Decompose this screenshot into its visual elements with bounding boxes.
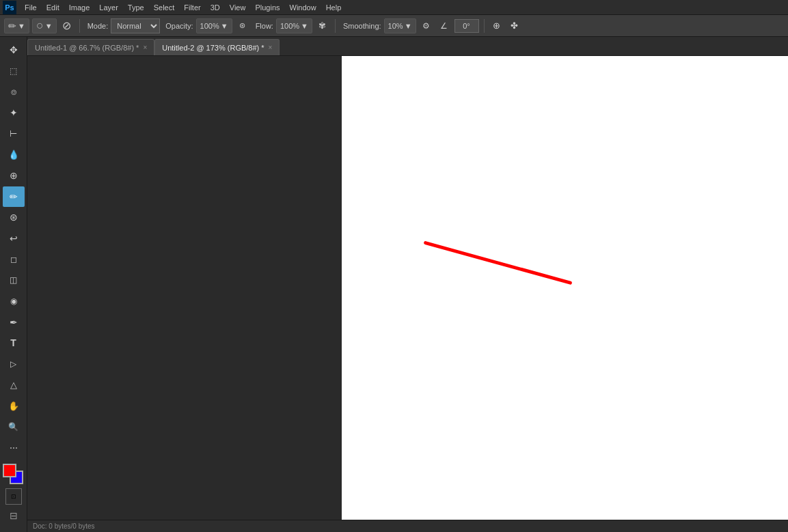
smoothing-btn[interactable]: 10% ▼ <box>384 18 416 33</box>
pressure-btn[interactable]: ✤ <box>507 18 522 33</box>
menu-3d[interactable]: 3D <box>206 2 224 13</box>
brush-size-btn[interactable]: ○ ▼ <box>32 18 57 33</box>
second-document-canvas[interactable] <box>342 56 788 520</box>
menu-file[interactable]: File <box>21 2 41 13</box>
screen-mode-icon: ⊟ <box>10 510 18 521</box>
hand-icon: ✋ <box>8 401 19 411</box>
tool-clone-stamp[interactable]: ⊛ <box>3 208 25 228</box>
brush-stroke-svg <box>342 56 788 520</box>
tool-eyedropper[interactable]: 💧 <box>3 144 25 165</box>
smoothing-dropdown-icon: ▼ <box>405 22 412 30</box>
screen-mode-btn[interactable]: ⊟ <box>5 507 22 524</box>
red-brush-stroke <box>425 243 570 283</box>
tab-untitled-1[interactable]: Untitled-1 @ 66.7% (RGB/8#) * × <box>27 39 154 55</box>
tool-hand[interactable]: ✋ <box>3 396 25 417</box>
brush-size-value: ○ <box>36 18 44 33</box>
smoothing-label: Smoothing: <box>343 22 381 30</box>
mode-label: Mode: <box>87 22 109 30</box>
tab-untitled-1-close[interactable]: × <box>143 44 147 51</box>
tab-untitled-2-close[interactable]: × <box>269 44 273 51</box>
tool-marquee[interactable]: ⬚ <box>3 61 25 81</box>
tool-brush[interactable]: ✏ <box>3 186 25 207</box>
tab-untitled-1-title: Untitled-1 @ 66.7% (RGB/8#) * <box>35 44 139 52</box>
menu-image[interactable]: Image <box>65 2 94 13</box>
tool-shape[interactable]: △ <box>3 375 25 395</box>
burn-icon: ◉ <box>10 296 17 306</box>
eraser-icon: ◻ <box>10 255 17 264</box>
menu-bar: Ps File Edit Image Layer Type Select Fil… <box>0 0 788 15</box>
flow-dropdown-icon: ▼ <box>301 22 308 30</box>
menu-window[interactable]: Window <box>286 2 321 13</box>
brush-angle-btn[interactable]: ⊘ <box>59 18 74 33</box>
smoothing-value: 10% <box>388 22 403 30</box>
brush-preset-btn[interactable]: ✏ ▼ <box>4 18 29 33</box>
tool-magic-wand[interactable]: ✦ <box>3 102 25 123</box>
path-selection-icon: ▷ <box>10 359 16 369</box>
doc-area: Untitled-1 @ 66.7% (RGB/8#) * × Untitled… <box>27 37 788 532</box>
opacity-btn[interactable]: 100% ▼ <box>196 18 232 33</box>
quick-mask-btn[interactable]: ⊡ <box>5 488 22 505</box>
status-bar: Doc: 0 bytes/0 bytes <box>27 520 788 532</box>
airbrush-btn[interactable]: ✾ <box>315 18 330 33</box>
brush-tool-icon: ✏ <box>10 191 18 202</box>
tool-eraser[interactable]: ◻ <box>3 249 25 270</box>
tool-healing[interactable]: ⊕ <box>3 165 25 186</box>
ps-logo: Ps <box>3 1 16 14</box>
history-brush-icon: ↩ <box>10 233 18 244</box>
flow-btn[interactable]: 100% ▼ <box>276 18 312 33</box>
tab-untitled-2[interactable]: Untitled-2 @ 173% (RGB/8#) * × <box>154 39 280 55</box>
menu-select[interactable]: Select <box>150 2 179 13</box>
clone-stamp-icon: ⊛ <box>10 212 18 223</box>
menu-view[interactable]: View <box>226 2 250 13</box>
brush-size-dropdown-icon: ▼ <box>45 22 53 30</box>
tool-crop[interactable]: ⊢ <box>3 124 25 144</box>
tool-pen[interactable]: ✒ <box>3 312 25 333</box>
tool-gradient[interactable]: ◫ <box>3 270 25 291</box>
more-tools-icon: ⋯ <box>10 443 18 453</box>
crop-icon: ⊢ <box>10 128 17 139</box>
menu-type[interactable]: Type <box>124 2 148 13</box>
menu-help[interactable]: Help <box>322 2 346 13</box>
symmetry-btn[interactable]: ⊕ <box>489 18 504 33</box>
first-document-canvas[interactable] <box>27 56 342 520</box>
more-tools-btn[interactable]: ⋯ <box>3 438 25 458</box>
move-icon <box>10 44 18 55</box>
menu-plugins[interactable]: Plugins <box>251 2 284 13</box>
eyedropper-icon: 💧 <box>8 150 19 160</box>
tool-lasso[interactable]: ⌾ <box>3 81 25 102</box>
tabs-bar: Untitled-1 @ 66.7% (RGB/8#) * × Untitled… <box>27 37 788 56</box>
tool-path-selection[interactable]: ▷ <box>3 354 25 374</box>
tool-move[interactable] <box>3 40 25 60</box>
chevron-down-icon: ▼ <box>18 22 25 30</box>
pen-icon: ✒ <box>10 317 18 328</box>
shape-icon: △ <box>10 380 17 390</box>
divider-2 <box>335 19 336 33</box>
menu-filter[interactable]: Filter <box>180 2 204 13</box>
mode-select[interactable]: Normal Dissolve Multiply Screen <box>111 18 160 33</box>
foreground-color[interactable] <box>3 464 16 477</box>
smoothing-settings-btn[interactable]: ⚙ <box>419 18 434 33</box>
toolbar: ⬚ ⌾ ✦ ⊢ 💧 ⊕ ✏ ⊛ ↩ ◻ ◫ ◉ <box>0 37 27 532</box>
marquee-icon: ⬚ <box>10 66 17 76</box>
divider-3 <box>484 19 485 33</box>
tool-history-brush[interactable]: ↩ <box>3 228 25 249</box>
canvas-area <box>27 56 788 520</box>
status-text: Doc: 0 bytes/0 bytes <box>33 522 95 530</box>
magic-wand-icon: ✦ <box>10 107 18 118</box>
flow-label: Flow: <box>256 22 273 30</box>
menu-layer[interactable]: Layer <box>95 2 122 13</box>
color-swatches <box>3 464 25 486</box>
menu-edit[interactable]: Edit <box>42 2 64 13</box>
options-bar: ✏ ▼ ○ ▼ ⊘ Mode: Normal Dissolve Multiply… <box>0 15 788 37</box>
lasso-icon: ⌾ <box>11 86 16 97</box>
tool-burn[interactable]: ◉ <box>3 291 25 311</box>
gradient-icon: ◫ <box>10 275 17 285</box>
tool-text[interactable]: T <box>3 333 25 354</box>
opacity-pressure-btn[interactable]: ⊛ <box>235 18 250 33</box>
healing-icon: ⊕ <box>10 170 18 181</box>
opacity-dropdown-icon: ▼ <box>221 22 228 30</box>
tool-zoom[interactable]: 🔍 <box>3 417 25 437</box>
brush-icon: ✏ <box>8 20 16 31</box>
toolbar-bottom: ⋯ ⊡ ⊟ <box>0 438 27 529</box>
angle-input[interactable]: 0° <box>454 19 479 33</box>
